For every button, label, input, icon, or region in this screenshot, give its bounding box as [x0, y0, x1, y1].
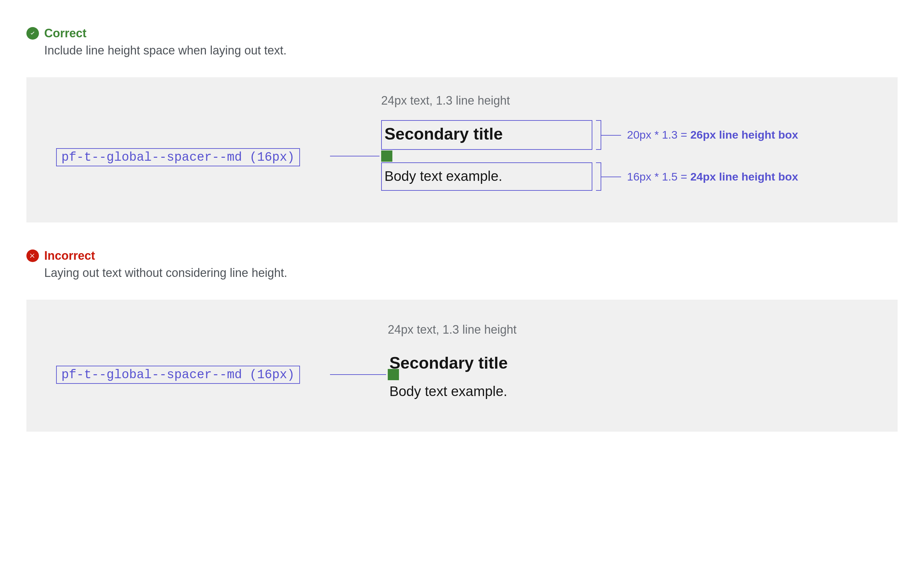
body-annotation: 16px * 1.5 = 24px line height box: [627, 170, 798, 183]
correct-caption: 24px text, 1.3 line height: [381, 94, 510, 108]
token-lead-line: [330, 156, 380, 156]
title-bracket-lead: [601, 135, 621, 136]
spacer-token-box: pf-t--global--spacer--md (16px): [56, 148, 300, 166]
correct-description: Include line height space when laying ou…: [44, 43, 898, 57]
incorrect-label: Incorrect: [44, 249, 95, 263]
incorrect-example-panel: 24px text, 1.3 line height Secondary tit…: [26, 300, 898, 432]
body-sample: Body text example.: [384, 166, 502, 186]
body-bracket-lead: [601, 177, 621, 177]
correct-header: Correct: [26, 26, 898, 40]
incorrect-spacer-square: [388, 369, 399, 380]
incorrect-body-sample: Body text example.: [389, 381, 507, 402]
incorrect-title-sample: Secondary title: [389, 352, 507, 374]
annot-title-bold: 26px line height box: [690, 128, 798, 141]
check-circle-icon: [26, 27, 39, 40]
incorrect-section: Incorrect Laying out text without consid…: [26, 249, 898, 432]
title-sample: Secondary title: [384, 123, 502, 145]
correct-example-panel: 24px text, 1.3 line height Secondary tit…: [26, 77, 898, 222]
spacer-square: [381, 150, 392, 162]
annot-body-bold: 24px line height box: [690, 170, 798, 183]
correct-label: Correct: [44, 26, 87, 40]
incorrect-caption: 24px text, 1.3 line height: [388, 323, 516, 337]
incorrect-spacer-token-box: pf-t--global--spacer--md (16px): [56, 366, 300, 384]
correct-section: Correct Include line height space when l…: [26, 26, 898, 222]
incorrect-token-lead-line: [330, 374, 386, 375]
incorrect-header: Incorrect: [26, 249, 898, 263]
annot-body-prefix: 16px * 1.5 =: [627, 170, 690, 183]
annot-title-prefix: 20px * 1.3 =: [627, 128, 690, 141]
title-annotation: 20px * 1.3 = 26px line height box: [627, 128, 798, 141]
incorrect-description: Laying out text without considering line…: [44, 266, 898, 280]
times-circle-icon: [26, 249, 39, 262]
